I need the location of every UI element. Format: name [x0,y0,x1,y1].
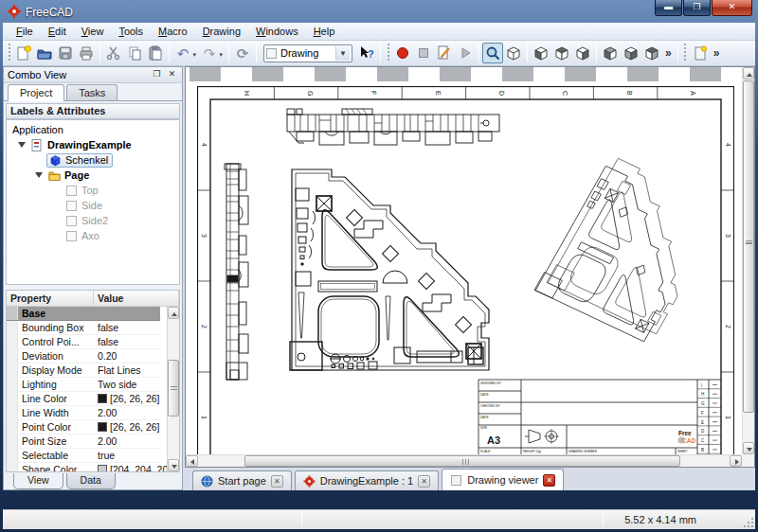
scroll-left-button[interactable] [186,455,198,467]
dock-close-icon[interactable]: ✕ [166,68,178,80]
scroll-up-button[interactable] [743,67,754,80]
combo-dropdown-arrow[interactable]: ▼ [335,46,350,61]
close-tab-icon[interactable]: ✕ [418,475,430,488]
toolbar-handle-macro[interactable] [386,44,390,62]
property-column-header[interactable]: Property [7,291,94,306]
view-left-button[interactable] [641,43,662,63]
save-document-button[interactable] [55,43,76,63]
tree-item-drawingexample[interactable]: DrawingExample [7,137,179,152]
scroll-right-button[interactable] [730,455,742,467]
svg-text:H: H [240,467,244,468]
close-tab-icon[interactable]: ✕ [271,475,283,488]
dock-title-bar[interactable]: Combo View ❐ ✕ [4,67,182,83]
property-row[interactable]: Display ModeFlat Lines [7,364,160,378]
whats-this-button[interactable]: ? [356,43,377,63]
macro-edit-button[interactable] [434,43,455,63]
refresh-icon: ⟳ [237,46,249,61]
open-document-button[interactable] [34,43,55,63]
menu-macro[interactable]: Macro [151,24,195,39]
expander-icon[interactable] [18,142,26,148]
toolbar-handle[interactable] [7,44,11,62]
macro-record-button[interactable] [392,43,413,63]
copy-button[interactable] [124,43,145,63]
resize-grip[interactable] [743,517,754,528]
tree-item-side2[interactable]: Side2 [7,213,179,228]
view-axonometric-button[interactable] [503,43,524,63]
tree-item-top[interactable]: Top [7,183,179,198]
view-rear-button[interactable] [600,43,621,63]
property-row[interactable]: Deviation0.20 [7,349,160,364]
menu-edit[interactable]: Edit [41,24,74,39]
paste-button[interactable] [145,43,166,63]
property-scrollbar[interactable] [167,307,179,471]
color-swatch [98,465,107,472]
property-group-base[interactable]: Base [7,307,160,321]
menu-view[interactable]: View [74,24,112,39]
tab-data[interactable]: Data [66,473,116,489]
view-bottom-button[interactable] [621,43,641,63]
tab-tasks[interactable]: Tasks [66,84,117,100]
expander-icon[interactable] [35,172,43,178]
macro-run-button[interactable] [455,43,476,63]
undo-button[interactable]: ↶▾ [172,43,193,63]
tree-item-side[interactable]: Side [7,198,179,213]
property-row[interactable]: Bounding Boxfalse [7,321,160,335]
scroll-down-button[interactable] [743,442,754,454]
toolbar-handle-drawing[interactable] [683,44,688,62]
tab-drawing-viewer[interactable]: Drawing viewer ✕ [442,469,564,490]
property-row[interactable]: Line Width2.00 [7,406,160,420]
maximize-button[interactable]: ❐ [683,0,711,16]
property-row[interactable]: Shape Color[204, 204, 204] [7,463,160,472]
property-row[interactable]: LightingTwo side [7,378,160,392]
horizontal-scrollbar[interactable] [186,454,742,467]
property-row[interactable]: Control Poi...false [7,335,160,349]
tree-item-page[interactable]: Page [7,168,179,183]
print-button[interactable] [76,43,97,63]
toolbar-overflow-chevron-2[interactable]: » [711,46,723,60]
property-row[interactable]: Line Color[26, 26, 26] [7,392,160,406]
new-drawing-page-button[interactable] [690,43,711,63]
dock-title: Combo View [8,69,66,80]
view-right-button[interactable] [572,43,593,63]
minimize-button[interactable]: ▬ [655,0,682,16]
menu-tools[interactable]: Tools [111,24,151,39]
view-top-button[interactable] [551,43,572,63]
property-row[interactable]: Point Color[26, 26, 26] [7,420,160,434]
redo-button[interactable]: ↷▾ [199,43,220,63]
svg-text:2: 2 [725,325,731,328]
scroll-up-button[interactable] [168,307,179,319]
workbench-selector[interactable]: Drawing ▼ [263,44,352,62]
macro-stop-button[interactable] [413,43,434,63]
menu-drawing[interactable]: Drawing [195,24,248,39]
dock-float-icon[interactable]: ❐ [151,68,163,80]
new-document-button[interactable] [13,43,34,63]
close-button[interactable]: ✕ [712,0,752,16]
view-front-button[interactable] [531,43,551,63]
tab-view[interactable]: View [13,473,63,489]
refresh-button[interactable]: ⟳ [232,43,253,63]
fit-all-button[interactable] [482,43,503,63]
cut-button[interactable] [103,43,124,63]
menu-windows[interactable]: Windows [248,24,306,39]
menu-help[interactable]: Help [306,24,343,39]
drawing-viewer[interactable]: H G F E D C B A H G F E [185,66,755,468]
tree-item-schenkel[interactable]: Schenkel [7,152,179,168]
tab-drawingexample[interactable]: DrawingExample : 1 ✕ [295,470,439,490]
vertical-scrollbar[interactable] [742,67,754,454]
tree-root-application[interactable]: Application [7,122,179,137]
horizontal-scroll-thumb[interactable] [244,455,680,467]
tree-item-axo[interactable]: Axo [7,228,179,243]
tab-project[interactable]: Project [8,84,64,101]
toolbar-overflow-chevron[interactable]: » [662,46,675,60]
value-column-header[interactable]: Value [94,291,179,306]
property-row[interactable]: Selectabletrue [7,449,160,463]
vertical-scroll-thumb[interactable] [743,80,754,413]
freecad-app-icon [8,5,21,21]
close-tab-icon[interactable]: ✕ [543,474,555,487]
scroll-thumb[interactable] [168,360,179,417]
menu-file[interactable]: File [9,24,41,39]
title-bar[interactable]: FreeCAD ▬ ❐ ✕ [0,0,758,23]
property-row[interactable]: Point Size2.00 [7,434,160,449]
tab-start-page[interactable]: Start page ✕ [192,470,292,490]
scroll-down-button[interactable] [168,459,179,471]
